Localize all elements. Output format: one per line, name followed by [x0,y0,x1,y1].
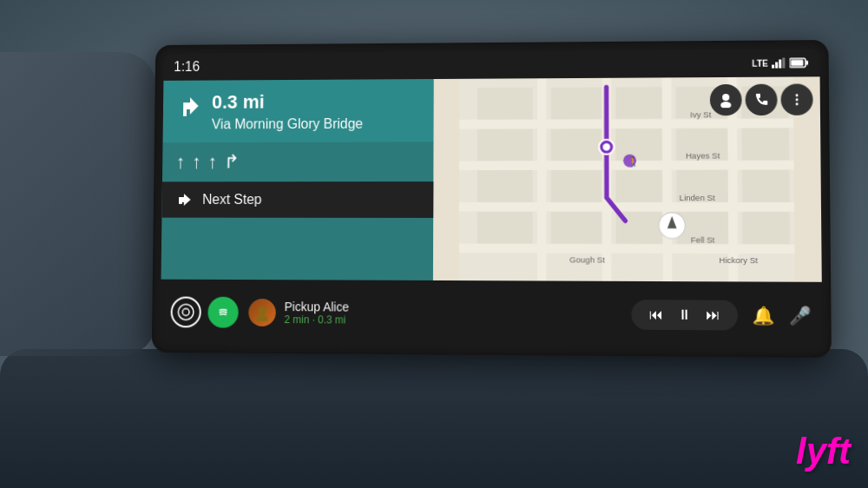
map-action-buttons [710,83,813,115]
notification-bell-icon[interactable]: 🔔 [752,304,774,326]
direction-card: 0.3 mi Via Morning Glory Bridge [163,79,434,142]
navigation-panel: 0.3 mi Via Morning Glory Bridge ↑ ↑ ↑ ↱ [161,79,434,280]
svg-rect-20 [551,170,602,202]
svg-rect-0 [772,65,774,69]
svg-rect-3 [782,57,785,68]
media-controls: ⏮ ⏸ ⏭ [631,300,738,330]
lane-arrow-2: ↑ [192,151,201,174]
more-icon [789,92,806,108]
map-panel: Ivy St Hayes St Linden St Fell St Gough … [433,76,822,281]
clock: 1:16 [174,59,200,75]
more-options-button[interactable] [780,83,812,115]
android-auto-icon[interactable] [170,296,201,327]
next-step-label: Next Step [202,192,262,208]
microphone-icon[interactable]: 🎤 [789,305,812,326]
svg-rect-10 [477,170,533,202]
svg-rect-28 [459,119,793,129]
spotify-icon[interactable] [207,296,239,327]
svg-text:Ivy St: Ivy St [690,109,712,119]
person-icon [718,92,733,108]
next-step-bar: Next Step [161,181,433,218]
lane-arrow-3: ↑ [207,151,217,174]
pickup-name: Pickup Alice [285,300,349,313]
svg-point-43 [603,143,611,151]
next-step-arrow-icon [175,190,194,209]
contact-button[interactable] [710,84,742,115]
svg-point-50 [720,102,731,108]
svg-text:Fell St: Fell St [691,234,715,244]
svg-point-54 [178,304,194,320]
bottom-bar: Pickup Alice 2 min · 0.3 mi ⏮ ⏸ ⏭ 🔔 🎤 [161,280,823,349]
svg-point-56 [214,302,233,321]
svg-text:Gough St: Gough St [569,254,605,264]
svg-text:Hickory St: Hickory St [720,255,759,265]
svg-text:Hayes St: Hayes St [686,151,720,161]
pickup-text: Pickup Alice 2 min · 0.3 mi [284,300,349,326]
svg-rect-12 [551,87,602,119]
svg-text:🚶: 🚶 [627,155,639,167]
phone-icon [753,92,770,108]
svg-rect-16 [551,129,602,161]
svg-rect-27 [742,212,790,245]
svg-rect-13 [615,87,662,119]
svg-rect-1 [775,63,778,69]
svg-rect-9 [477,129,533,161]
rider-avatar [248,298,276,326]
svg-rect-11 [477,212,533,244]
svg-point-51 [795,94,798,96]
svg-point-55 [182,308,189,315]
right-controls: 🔔 🎤 [752,304,811,326]
svg-point-49 [722,94,729,101]
svg-point-57 [258,306,266,314]
screen-bezel: 1:16 LTE [152,40,832,358]
pickup-distance: 2 min · 0.3 mi [284,313,349,326]
svg-rect-32 [537,78,547,280]
svg-rect-21 [616,170,663,202]
lane-guidance: ↑ ↑ ↑ ↱ [162,142,434,181]
status-bar: 1:16 LTE [163,49,819,81]
next-track-button[interactable]: ⏭ [706,307,720,322]
svg-rect-30 [459,202,794,212]
prev-track-button[interactable]: ⏮ [649,307,663,322]
lane-arrow-1: ↑ [176,151,186,174]
svg-point-52 [796,98,799,101]
avatar-image [253,303,271,320]
battery-icon [789,57,809,68]
turn-arrow-icon [176,92,201,126]
svg-rect-31 [459,244,795,254]
steering-column [0,52,156,356]
distance-display: 0.3 mi [212,91,363,113]
svg-rect-5 [806,61,808,65]
main-content: 0.3 mi Via Morning Glory Bridge ↑ ↑ ↑ ↱ [161,76,822,281]
android-circle-icon [177,303,194,320]
svg-rect-8 [477,88,532,120]
street-name: Via Morning Glory Bridge [212,115,363,134]
svg-rect-17 [616,129,663,161]
pause-button[interactable]: ⏸ [677,307,691,322]
svg-rect-19 [742,128,790,161]
svg-text:Linden St: Linden St [680,193,715,202]
dashboard [0,349,868,488]
svg-point-58 [256,314,268,320]
signal-icon [772,57,786,68]
call-button[interactable] [746,84,778,115]
lyft-logo: lyft [796,431,851,472]
android-auto-screen: 1:16 LTE [161,49,823,349]
direction-info: 0.3 mi Via Morning Glory Bridge [212,91,364,134]
status-icons: LTE [752,57,809,69]
pickup-info: Pickup Alice 2 min · 0.3 mi [248,298,631,328]
spotify-logo [214,302,233,321]
svg-point-53 [796,102,799,105]
svg-rect-23 [742,169,790,202]
lane-arrow-turn: ↱ [224,151,240,174]
svg-rect-2 [779,59,781,68]
svg-rect-24 [551,212,602,244]
svg-rect-6 [791,60,803,66]
svg-rect-34 [662,77,673,281]
lte-indicator: LTE [752,58,768,68]
